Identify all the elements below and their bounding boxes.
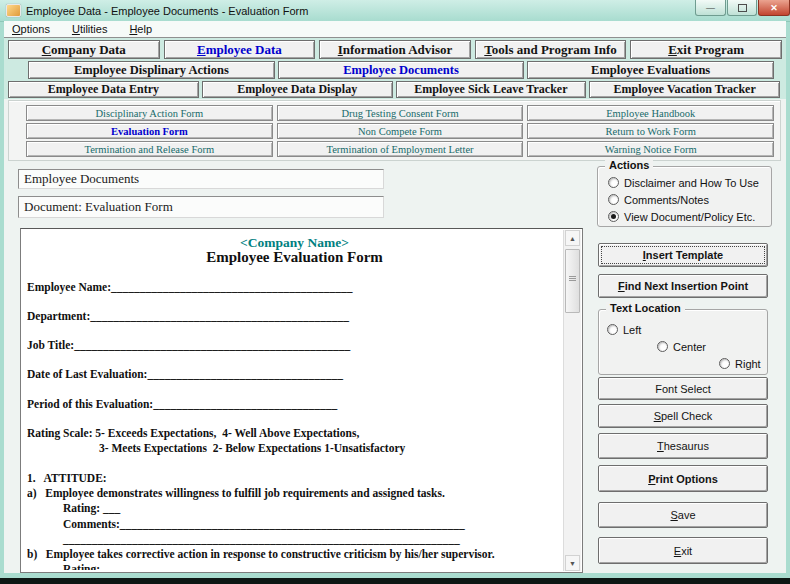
find-next-insertion-point-button[interactable]: Find Next Insertion Point — [598, 274, 768, 298]
tab-employee-sick-leave-tracker[interactable]: Employee Sick Leave Tracker — [396, 81, 587, 98]
tab-label: Employee Sick Leave Tracker — [397, 82, 586, 97]
document-field[interactable]: Document: Evaluation Form — [18, 196, 384, 218]
exit-button[interactable]: Exit — [598, 537, 768, 564]
form-button-employee-handbook[interactable]: Employee Handbook — [527, 105, 774, 121]
scroll-up-icon[interactable]: ▲ — [565, 230, 580, 246]
minimize-button[interactable]: — — [695, 0, 726, 16]
doc-line: Employee Name:__________________________… — [27, 280, 562, 295]
tab-label: Employee Displinary Actions — [29, 63, 274, 78]
thesaurus-button[interactable]: Thesaurus — [598, 433, 768, 459]
form-button-return-to-work-form[interactable]: Return to Work Form — [527, 123, 774, 139]
menu-options[interactable]: Options — [12, 23, 50, 35]
document-content: <Company Name>Employee Evaluation FormEm… — [27, 231, 562, 570]
doc-line: Employee Evaluation Form — [27, 250, 562, 265]
radio-icon[interactable] — [608, 211, 619, 222]
tab-employee-evaluations[interactable]: Employee Evaluations — [527, 61, 774, 79]
tab-label: Employee Documents — [279, 63, 524, 78]
spell-check-button[interactable]: Spell Check — [598, 404, 768, 428]
nav-row-trackers: Employee Data EntryEmployee Data Display… — [8, 81, 780, 98]
doc-line: Job Title:______________________________… — [27, 338, 562, 353]
doc-line: 3- Meets Expectations 2- Below Expectati… — [27, 441, 562, 456]
maximize-button[interactable] — [727, 0, 757, 16]
actions-option-view-document-policy-etc[interactable]: View Document/Policy Etc. — [608, 209, 771, 224]
document-forms-grid: Disciplinary Action FormDrug Testing Con… — [8, 100, 781, 161]
doc-line: Period of this Evaluation:______________… — [27, 397, 562, 412]
insert-template-button[interactable]: Insert Template — [598, 243, 768, 267]
form-button-non-compete-form[interactable]: Non Compete Form — [277, 123, 524, 139]
doc-line: b) Employee takes corrective action in r… — [27, 547, 562, 562]
close-icon: ✕ — [770, 3, 778, 13]
doc-line: ________________________________________… — [27, 532, 562, 547]
tab-label: Information Advisor — [320, 42, 470, 58]
text-location-option-label: Center — [673, 341, 706, 353]
font-select-button[interactable]: Font Select — [598, 377, 768, 400]
tab-employee-data-display[interactable]: Employee Data Display — [202, 81, 393, 98]
text-location-group-title: Text Location — [606, 302, 685, 314]
form-button-termination-and-release-form[interactable]: Termination and Release Form — [26, 141, 273, 157]
tab-exit-program[interactable]: Exit Program — [630, 40, 782, 59]
actions-option-label: Disclaimer and How To Use — [624, 177, 759, 189]
nav-row-sections: Employee Displinary ActionsEmployee Docu… — [28, 61, 774, 79]
doc-line: a) Employee demonstrates willingness to … — [27, 486, 562, 501]
doc-line: <Company Name> — [27, 235, 562, 250]
tab-employee-data[interactable]: Employee Data — [164, 40, 316, 59]
tab-label: Employee Evaluations — [528, 63, 773, 78]
actions-groupbox: Actions Disclaimer and How To UseComment… — [597, 166, 772, 227]
tab-label: Employee Data Entry — [9, 82, 198, 97]
text-location-groupbox: Text Location LeftCenterRight — [598, 309, 768, 375]
menu-utilities[interactable]: Utilities — [72, 23, 107, 35]
save-button[interactable]: Save — [598, 502, 768, 528]
tab-tools-and-program-info[interactable]: Tools and Program Info — [475, 40, 627, 59]
tab-employee-data-entry[interactable]: Employee Data Entry — [8, 81, 199, 98]
actions-group-title: Actions — [605, 159, 653, 171]
text-location-option-label: Left — [623, 324, 641, 336]
vertical-scrollbar[interactable]: ▲ ▼ — [563, 230, 581, 571]
menu-help[interactable]: Help — [129, 23, 152, 35]
form-button-warning-notice-form[interactable]: Warning Notice Form — [527, 141, 774, 157]
tab-employee-documents[interactable]: Employee Documents — [278, 61, 525, 79]
radio-icon[interactable] — [608, 194, 619, 205]
tab-label: Tools and Program Info — [476, 42, 626, 58]
text-location-option-right[interactable]: Right — [719, 356, 767, 371]
radio-icon[interactable] — [608, 177, 619, 188]
form-button-disciplinary-action-form[interactable]: Disciplinary Action Form — [26, 105, 273, 121]
form-button-termination-of-employment-letter[interactable]: Termination of Employment Letter — [277, 141, 524, 157]
radio-icon[interactable] — [607, 324, 618, 335]
scrollbar-thumb[interactable] — [565, 249, 580, 313]
doc-line: Rating Scale: 5- Exceeds Expectations, 4… — [27, 426, 562, 441]
print-options-button[interactable]: Print Options — [598, 465, 768, 492]
forms-grid-row: Termination and Release FormTermination … — [26, 141, 774, 157]
doc-line: Comments:_______________________________… — [27, 517, 562, 532]
doc-line: Rating: ___ — [27, 501, 562, 516]
tab-company-data[interactable]: Company Data — [8, 40, 160, 59]
actions-option-label: View Document/Policy Etc. — [624, 211, 755, 223]
title-bar: Employee Data - Employee Documents - Eva… — [0, 0, 790, 22]
tab-label: Exit Program — [631, 42, 781, 58]
actions-option-comments-notes[interactable]: Comments/Notes — [608, 192, 771, 207]
text-location-option-left[interactable]: Left — [607, 322, 767, 337]
radio-icon[interactable] — [719, 358, 730, 369]
window-title: Employee Data - Employee Documents - Eva… — [26, 5, 308, 17]
category-field[interactable]: Employee Documents — [18, 169, 384, 189]
text-location-option-center[interactable]: Center — [657, 339, 767, 354]
tab-information-advisor[interactable]: Information Advisor — [319, 40, 471, 59]
document-viewer[interactable]: <Company Name>Employee Evaluation FormEm… — [20, 228, 583, 573]
actions-option-disclaimer-and-how-to-use[interactable]: Disclaimer and How To Use — [608, 175, 771, 190]
text-location-option-label: Right — [735, 358, 761, 370]
radio-icon[interactable] — [657, 341, 668, 352]
tab-employee-vacation-tracker[interactable]: Employee Vacation Tracker — [589, 81, 780, 98]
tab-label: Employee Data — [165, 42, 315, 58]
forms-grid-row: Evaluation FormNon Compete FormReturn to… — [26, 123, 774, 139]
scroll-down-icon[interactable]: ▼ — [565, 555, 580, 571]
scrollbar-grip — [569, 276, 576, 277]
form-button-evaluation-form[interactable]: Evaluation Form — [26, 123, 273, 139]
doc-line: 1. ATTITUDE: — [27, 471, 562, 486]
tab-label: Company Data — [9, 42, 159, 58]
tab-label: Employee Data Display — [203, 82, 392, 97]
close-button[interactable]: ✕ — [758, 0, 790, 16]
doc-line: Rating: ___ — [27, 562, 562, 570]
tab-employee-displinary-actions[interactable]: Employee Displinary Actions — [28, 61, 275, 79]
menu-bar: OptionsUtilitiesHelp — [4, 21, 786, 38]
form-button-drug-testing-consent-form[interactable]: Drug Testing Consent Form — [277, 105, 524, 121]
app-icon — [6, 4, 21, 17]
